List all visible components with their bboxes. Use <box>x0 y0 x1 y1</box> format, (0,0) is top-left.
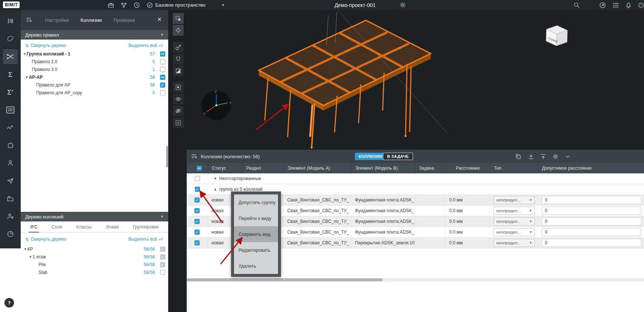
list-settings-icon[interactable] <box>190 152 199 160</box>
tree-node[interactable]: ▼ 1 этаж 56/56 <box>21 253 168 261</box>
tree-node[interactable]: ▼ Группа коллизий - 1 57 <box>21 50 168 58</box>
sum-add-icon[interactable]: Σ+ <box>3 85 18 99</box>
collisions-view-button[interactable]: КОЛЛИЗИИ <box>355 153 386 160</box>
projects-folder-icon[interactable] <box>3 191 18 206</box>
tree-node[interactable]: ▼ АР-АР 56 <box>21 73 168 81</box>
tree-node-checkbox[interactable] <box>160 67 165 72</box>
row-checkbox[interactable] <box>194 197 200 203</box>
help-button[interactable]: ? <box>4 298 14 308</box>
close-icon[interactable]: × <box>157 16 162 23</box>
column-allowed-distance[interactable]: Допустимое расстояние <box>538 163 644 173</box>
tree-node-checkbox[interactable] <box>160 247 165 252</box>
scrollbar-thumb[interactable] <box>187 278 383 281</box>
notifications-bell-icon[interactable] <box>624 1 633 9</box>
focus-target-tool[interactable] <box>172 24 184 36</box>
tree-node[interactable]: Правило для АР 56 <box>21 81 168 89</box>
caret-down-icon[interactable]: ▼ <box>25 75 29 79</box>
row-checkbox[interactable] <box>194 230 200 235</box>
list-menu-icon[interactable] <box>611 1 620 9</box>
tree-node-checkbox[interactable] <box>160 82 165 88</box>
snap-magnet-tool[interactable] <box>172 53 184 65</box>
clear-selection-tool[interactable] <box>172 117 184 129</box>
rules-tree-header[interactable]: Дерево правил ▼ <box>21 30 168 40</box>
list-settings-icon[interactable] <box>25 16 33 24</box>
publish-plane-icon[interactable] <box>3 173 18 188</box>
history-clock-icon[interactable] <box>132 1 141 9</box>
select-all-checkbox[interactable] <box>197 166 202 171</box>
select-all-link[interactable]: Выделить всё ✓✓ <box>128 237 164 242</box>
tree-node[interactable]: ▼ КР 56/56 <box>21 245 168 253</box>
collapse-panel-chevron-icon[interactable] <box>563 152 572 160</box>
row-checkbox[interactable] <box>194 219 200 224</box>
tree-node[interactable]: Правило для АР_copy 0 <box>21 89 168 96</box>
import-download-icon[interactable] <box>527 152 535 160</box>
column-task[interactable]: Задача <box>415 163 445 173</box>
horizontal-scrollbar[interactable] <box>187 278 644 282</box>
column-element-b[interactable]: Элемент (Модель B) <box>351 163 415 173</box>
column-distance[interactable]: Расстояние <box>445 163 490 173</box>
collisions-icon[interactable] <box>3 49 18 64</box>
tree-node-checkbox[interactable] <box>160 75 165 80</box>
tab-checks[interactable]: Проверки <box>113 17 135 23</box>
in-task-view-button[interactable]: В ЗАДАЧЕ <box>383 153 413 160</box>
tree-node[interactable]: Slab 56/56 <box>21 268 168 276</box>
export-upload-icon[interactable] <box>539 152 547 160</box>
collapse-tree-link[interactable]: Свернуть дерево <box>25 43 66 48</box>
copy-icon[interactable] <box>514 152 522 160</box>
column-element-a[interactable]: Элемент (Модель А) <box>284 163 351 173</box>
caret-down-icon[interactable]: ▼ <box>214 177 217 180</box>
group-row-unsorted[interactable]: ▼ Неотсортированные <box>187 173 644 184</box>
share-network-icon[interactable] <box>119 1 128 9</box>
column-type[interactable]: Тип <box>490 163 538 173</box>
2d-view-icon[interactable]: 2D <box>3 102 18 117</box>
subtab-floors[interactable]: Этажи <box>104 222 120 232</box>
menu-item-edit[interactable]: Редактировать <box>234 242 278 258</box>
collisions-tree-header[interactable]: Дерево коллизий ▼ <box>21 212 168 221</box>
allowed-distance-input[interactable]: 0 <box>542 196 641 204</box>
show-eye-tool[interactable] <box>172 93 184 105</box>
menu-item-save-view[interactable]: Сохранить вид <box>234 226 278 242</box>
allowed-distance-input[interactable]: 0 <box>542 217 641 225</box>
tab-settings[interactable]: Настройки <box>45 17 69 23</box>
caret-down-icon[interactable]: ▼ <box>23 52 27 56</box>
axis-gizmo[interactable]: Z X Y <box>201 90 231 120</box>
caret-down-icon[interactable]: ▼ <box>29 255 33 259</box>
type-dropdown[interactable]: неопредел...▼ <box>494 217 535 225</box>
subtab-classes[interactable]: Классы <box>75 222 93 232</box>
tree-node-checkbox[interactable] <box>160 51 165 57</box>
plugins-puzzle-icon[interactable] <box>3 138 18 153</box>
area-select-icon[interactable] <box>3 31 18 46</box>
caret-down-icon[interactable]: ▼ <box>24 247 27 251</box>
toolbox-icon[interactable] <box>106 1 115 9</box>
panel-scrollbar[interactable] <box>166 146 168 167</box>
table-settings-gear-icon[interactable] <box>551 152 559 160</box>
tree-node-checkbox[interactable] <box>160 262 165 267</box>
user-location-icon[interactable] <box>3 209 18 224</box>
power-logout-icon[interactable] <box>637 1 644 9</box>
section-box-tool[interactable] <box>172 65 184 77</box>
group-checkbox[interactable] <box>195 176 200 181</box>
subtab-layers[interactable]: Слои <box>50 222 64 232</box>
menu-item-go-to-view[interactable]: Перейти к виду <box>234 210 278 226</box>
graphs-icon[interactable] <box>3 120 18 135</box>
project-settings-gear-icon[interactable] <box>399 1 407 9</box>
menu-item-delete[interactable]: Удалить <box>234 258 278 274</box>
subtab-groupings[interactable]: Группировки <box>131 222 160 232</box>
type-dropdown[interactable]: неопредел...▼ <box>494 196 535 204</box>
users-icon[interactable] <box>3 156 18 170</box>
row-checkbox[interactable] <box>194 208 200 213</box>
row-checkbox[interactable] <box>194 240 200 245</box>
allowed-distance-input[interactable]: 0 <box>542 239 641 247</box>
check-circle-icon[interactable] <box>145 1 154 9</box>
model-tree-icon[interactable] <box>3 14 18 28</box>
select-all-link[interactable]: Выделить всё ✓✓ <box>128 43 164 48</box>
tree-node-checkbox[interactable] <box>160 270 165 275</box>
dashboard-gauge-icon[interactable] <box>3 227 18 241</box>
box-select-tool[interactable] <box>172 13 184 24</box>
app-logo[interactable]: BiMiT <box>3 1 20 8</box>
collapse-tree-link[interactable]: Свернуть дерево <box>25 237 66 242</box>
tree-node[interactable]: Pile 56/56 <box>21 261 168 268</box>
tab-collisions[interactable]: Коллизии <box>81 17 102 23</box>
sum-rules-icon[interactable]: Σ <box>3 67 18 82</box>
group-checkbox[interactable] <box>195 187 200 192</box>
